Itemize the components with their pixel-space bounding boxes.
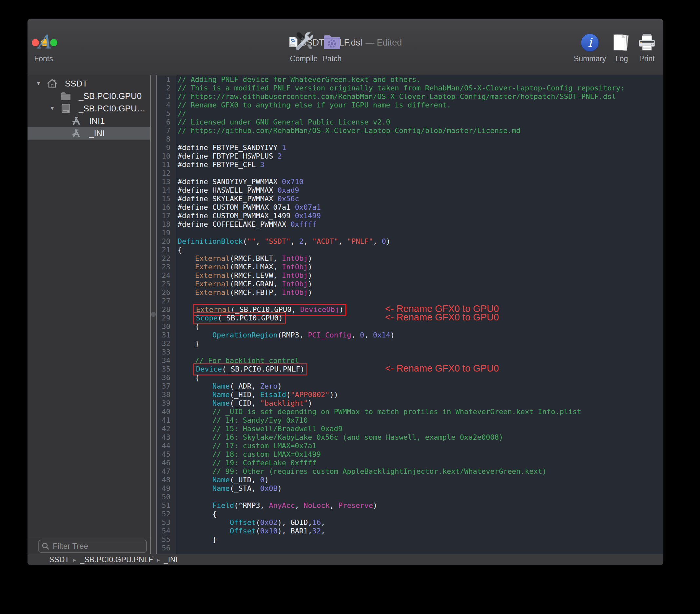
line-number: 34 (157, 356, 176, 365)
code-line[interactable]: 39 Name(_CID, "backlight") (157, 399, 663, 408)
toolbar-item-print[interactable]: Print (631, 30, 663, 63)
code-line[interactable]: 54 Offset(0x10), BAR1,32, (157, 527, 663, 535)
code-line[interactable]: 26 External(RMCF.FBTP, IntObj) (157, 288, 663, 297)
code-line[interactable]: 7// https://github.com/RehabMan/OS-X-Clo… (157, 126, 663, 135)
filter-tree-input[interactable] (38, 540, 147, 553)
toolbar-item-fonts[interactable]: A Fonts (28, 30, 59, 63)
code-line[interactable]: 48 Name(_UID, 0) (157, 476, 663, 484)
code-token: Scope (196, 314, 217, 322)
breadcrumb-item[interactable]: _INI (164, 555, 178, 564)
code-line[interactable]: 56 (157, 544, 663, 552)
code-line[interactable]: 9#define FBTYPE_SANDYIVY 1 (157, 143, 663, 152)
code-line[interactable]: 45 // 18: custom LMAX=0x1499 (157, 450, 663, 459)
breadcrumb-item[interactable]: SSDT (49, 555, 69, 564)
code-line[interactable]: 37 Name(_ADR, Zero) (157, 382, 663, 390)
code-token: ) (373, 501, 377, 510)
line-number: 3 (157, 92, 176, 101)
code-text: Name(_STA, 0x0B) (176, 484, 282, 492)
divider-handle-dot[interactable] (151, 312, 156, 317)
code-line[interactable]: 23 External(RMCF.LMAX, IntObj) (157, 263, 663, 271)
code-line[interactable]: 11#define FBTYPE_CFL 3 (157, 161, 663, 169)
disclosure-triangle-icon[interactable]: ▼ (36, 80, 41, 87)
code-line[interactable]: 38 Name(_HID, EisaId("APP0002")) (157, 390, 663, 399)
code-line[interactable]: 33 (157, 348, 663, 356)
code-token: 0xffff (290, 220, 316, 228)
code-editor[interactable]: 1// Adding PNLF device for WhateverGreen… (157, 75, 663, 554)
code-line[interactable]: 15#define SKYLAKE_PWMMAX 0x56c (157, 195, 663, 203)
code-line[interactable]: 5// (157, 110, 663, 118)
code-line[interactable]: 1// Adding PNLF device for WhateverGreen… (157, 75, 663, 84)
code-token: Device (196, 365, 222, 373)
code-line[interactable]: 16#define CUSTOM_PWMMAX_07a1 0x07a1 (157, 203, 663, 212)
code-line[interactable]: 36 { (157, 374, 663, 382)
line-number: 43 (157, 433, 176, 442)
sidebar-item-sbpci0gpu0[interactable]: _SB.PCI0.GPU0 (27, 90, 150, 102)
line-number: 30 (157, 322, 176, 331)
sidebar-item-ssdt[interactable]: ▼SSDT (27, 77, 150, 90)
code-token: DeviceObj (300, 305, 339, 314)
device-icon (60, 103, 72, 114)
split-divider[interactable] (150, 75, 157, 554)
code-text: } (176, 339, 199, 348)
toolbar-item-compile[interactable]: Compile (288, 30, 320, 63)
code-text: { (176, 322, 199, 330)
code-line[interactable]: 2// This is a modified PNLF version orig… (157, 84, 663, 92)
code-line[interactable]: 30 { (157, 322, 663, 331)
line-number: 24 (157, 271, 176, 280)
toolbar-item-summary[interactable]: i Summary (574, 30, 605, 63)
disclosure-triangle-icon[interactable]: ▼ (49, 105, 55, 112)
code-line[interactable]: 52 { (157, 510, 663, 518)
code-line[interactable]: 19 (157, 229, 663, 237)
code-line[interactable]: 31 OperationRegion(RMP3, PCI_Config, 0, … (157, 331, 663, 339)
sidebar-item-ini[interactable]: _INI (27, 127, 150, 140)
code-token (178, 382, 212, 390)
code-line[interactable]: 29 Scope(_SB.PCI0.GPU0)<- Rename GFX0 to… (157, 314, 663, 322)
code-line[interactable]: 4// Rename GFX0 to anything else if your… (157, 101, 663, 110)
code-line[interactable]: 12 (157, 169, 663, 178)
code-line[interactable]: 42 // 15: Haswell/Broadwell 0xad9 (157, 425, 663, 433)
code-token (178, 263, 195, 271)
code-line[interactable]: 53 Offset(0x02), GDID,16, (157, 518, 663, 527)
code-line[interactable]: 10#define FBTYPE_HSWPLUS 2 (157, 152, 663, 161)
code-token: , (351, 331, 360, 339)
line-number: 15 (157, 195, 176, 203)
line-number: 4 (157, 101, 176, 110)
code-text: // 15: Haswell/Broadwell 0xad9 (176, 425, 342, 433)
breadcrumb-item[interactable]: _SB.PCI0.GPU.PNLF (80, 555, 153, 564)
code-line[interactable]: 50 (157, 493, 663, 501)
sidebar-item-ini1[interactable]: INI1 (27, 115, 150, 127)
code-token: // (178, 110, 186, 117)
code-line[interactable]: 49 Name(_STA, 0x0B) (157, 484, 663, 493)
code-line[interactable]: 51 Field(^RMP3, AnyAcc, NoLock, Preserve… (157, 501, 663, 510)
code-text (176, 544, 178, 552)
code-line[interactable]: 55 } (157, 535, 663, 544)
code-line[interactable]: 46 // 19: CoffeeLake 0xffff (157, 459, 663, 467)
code-line[interactable]: 3// https://raw.githubusercontent.com/Re… (157, 92, 663, 101)
code-line[interactable]: 35 Device(_SB.PCI0.GPU.PNLF)<- Rename GF… (157, 365, 663, 374)
code-token: Offset (230, 518, 255, 527)
code-line[interactable]: 17#define CUSTOM_PWMMAX_1499 0x1499 (157, 212, 663, 220)
code-line[interactable]: 32 } (157, 339, 663, 348)
sidebar-item-sbpci0gpu[interactable]: ▼_SB.PCI0.GPU… (27, 102, 150, 115)
code-line[interactable]: 24 External(RMCF.LEVW, IntObj) (157, 271, 663, 280)
code-line[interactable]: 40 // _UID is set depending on PWMMax to… (157, 408, 663, 416)
code-line[interactable]: 8 (157, 135, 663, 143)
code-line[interactable]: 41 // 14: Sandy/Ivy 0x710 (157, 416, 663, 425)
code-line[interactable]: 14#define HASWELL_PWMMAX 0xad9 (157, 186, 663, 195)
code-line[interactable]: 18#define COFFEELAKE_PWMMAX 0xffff (157, 220, 663, 229)
code-line[interactable]: 44 // 17: custom LMAX=0x7a1 (157, 442, 663, 450)
code-line[interactable]: 20DefinitionBlock("", "SSDT", 2, "ACDT",… (157, 237, 663, 246)
toolbar-item-patch[interactable]: Patch (316, 30, 348, 63)
code-line[interactable]: 47 // 99: Other (requires custom AppleBa… (157, 467, 663, 476)
code-line[interactable]: 43 // 16: Skylake/KabyLake 0x56c (and so… (157, 433, 663, 442)
code-token: "backlight" (260, 399, 308, 407)
code-token (178, 305, 195, 314)
code-line[interactable]: 6// Licensed under GNU General Public Li… (157, 118, 663, 126)
code-token: ( (286, 390, 290, 399)
code-line[interactable]: 21{ (157, 246, 663, 254)
code-line[interactable]: 13#define SANDYIVY_PWMMAX 0x710 (157, 178, 663, 186)
patch-folder-gear-icon (322, 30, 342, 52)
code-line[interactable]: 22 External(RMCF.BKLT, IntObj) (157, 254, 663, 263)
code-line[interactable]: 25 External(RMCF.GRAN, IntObj) (157, 280, 663, 288)
code-token: External (195, 280, 230, 288)
